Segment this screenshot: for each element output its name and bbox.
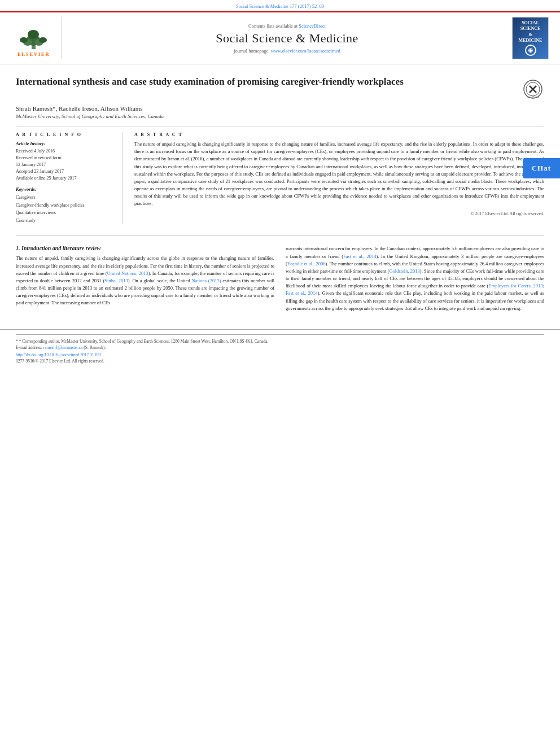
- section1-title: 1. Introduction and literature review: [16, 245, 274, 251]
- abstract-heading: A B S T R A C T: [134, 132, 544, 137]
- yeandle-link[interactable]: Yeandle et al., 2006: [287, 261, 326, 267]
- accepted-date: Accepted 23 January 2017: [16, 168, 115, 175]
- elsevier-brand-label: ELSEVIER: [18, 51, 50, 57]
- body-col-left: 1. Introduction and literature review Th…: [16, 245, 274, 312]
- contents-available-line: Contents lists available at ScienceDirec…: [248, 23, 326, 29]
- homepage-link[interactable]: www.elsevier.com/locate/socscimed: [271, 48, 340, 54]
- journal-top-bar: Social Science & Medicine 177 (2017) 52–…: [0, 0, 560, 12]
- corresponding-author-note: * * Corresponding author. McMaster Unive…: [16, 338, 544, 344]
- copyright-line: © 2017 Elsevier Ltd. All rights reserved…: [134, 211, 544, 216]
- united-nations-link-1[interactable]: United Nations, 2013: [107, 270, 148, 276]
- svg-point-5: [39, 37, 47, 43]
- article-history-label: Article history:: [16, 141, 115, 146]
- body-two-col: 1. Introduction and literature review Th…: [16, 245, 544, 312]
- main-content: International synthesis and case study e…: [0, 64, 560, 324]
- email-line: E-mail address: ramesh1@mcmaster.ca (S. …: [16, 344, 544, 351]
- chat-button[interactable]: CHat: [523, 158, 560, 178]
- received-date: Received 4 July 2016: [16, 148, 115, 155]
- keyword-4: Case study: [16, 217, 115, 225]
- abstract-col: A B S T R A C T The nature of unpaid car…: [134, 132, 544, 224]
- doi-link[interactable]: http://dx.doi.org/10.1016/j.socscimed.20…: [16, 352, 102, 357]
- elsevier-logo: ELSEVIER: [11, 17, 62, 59]
- article-info-abstract-section: A R T I C L E I N F O Article history: R…: [16, 126, 544, 224]
- body-col-right-text: warrants international concern for emplo…: [286, 245, 544, 312]
- body-col-right: warrants international concern for emplo…: [286, 245, 544, 312]
- email-link[interactable]: ramesh1@mcmaster.ca: [43, 345, 83, 350]
- issn-line: 0277-9536/© 2017 Elsevier Ltd. All right…: [16, 359, 544, 364]
- email-note: (S. Ramesh).: [84, 345, 106, 350]
- elsevier-tree-icon: [18, 28, 49, 50]
- cover-text: SOCIALSCIENCE&MEDICINE: [519, 20, 542, 44]
- authors: Shruti Ramesh*, Rachelle Ireson, Allison…: [16, 105, 544, 112]
- body-col-left-text: The nature of unpaid, family caregiving …: [16, 255, 274, 307]
- article-info-heading: A R T I C L E I N F O: [16, 132, 115, 137]
- crossmark-badge[interactable]: CrossMark: [522, 78, 544, 101]
- available-date: Available online 25 January 2017: [16, 175, 115, 182]
- abstract-text: The nature of unpaid caregiving is chang…: [134, 141, 544, 208]
- goldstein-link[interactable]: Goldstein, 2013: [389, 268, 419, 274]
- article-title: International synthesis and case study e…: [16, 76, 404, 89]
- sinha-link[interactable]: Sinha, 2013: [104, 278, 128, 283]
- employers-link[interactable]: Employers for Carers, 2013; Fast et al.,…: [286, 283, 544, 296]
- svg-text:CrossMark: CrossMark: [527, 95, 540, 98]
- keyword-3: Qualitative interviews: [16, 209, 115, 217]
- svg-point-6: [28, 30, 39, 39]
- contents-available-text: Contents lists available at: [248, 23, 298, 29]
- keywords-label: Keywords:: [16, 186, 115, 192]
- sciencedirect-link[interactable]: ScienceDirect: [299, 23, 326, 29]
- doi-line[interactable]: http://dx.doi.org/10.1016/j.socscimed.20…: [16, 352, 544, 357]
- email-label: E-mail address:: [16, 345, 42, 350]
- journal-center: Contents lists available at ScienceDirec…: [68, 17, 506, 59]
- page-footer: * * Corresponding author. McMaster Unive…: [0, 329, 560, 369]
- corresponding-author-text: * Corresponding author. McMaster Univers…: [19, 339, 269, 344]
- keyword-2: Caregiver-friendly workplace policies: [16, 202, 115, 209]
- keyword-1: Caregivers: [16, 194, 115, 202]
- journal-title: Social Science & Medicine: [216, 31, 358, 46]
- section-divider: [16, 235, 544, 236]
- journal-banner: ELSEVIER Contents lists available at Sci…: [0, 12, 560, 64]
- nations-link-2[interactable]: Nations (2013): [192, 278, 221, 283]
- article-title-section: International synthesis and case study e…: [16, 76, 544, 101]
- journal-cover-thumbnail: SOCIALSCIENCE&MEDICINE ⊕: [512, 17, 549, 59]
- crossmark-icon: CrossMark: [523, 79, 543, 99]
- affiliation: McMaster University, School of Geography…: [16, 113, 544, 119]
- journal-ref: Social Science & Medicine 177 (2017) 52–…: [11, 3, 549, 9]
- homepage-line: journal homepage: www.elsevier.com/locat…: [234, 48, 340, 54]
- fast-link-1[interactable]: Fast et al., 2014: [343, 254, 377, 259]
- elsevier-logo-img: [12, 19, 55, 50]
- page: Social Science & Medicine 177 (2017) 52–…: [0, 0, 560, 747]
- homepage-label: journal homepage:: [234, 48, 270, 54]
- svg-point-4: [20, 37, 28, 43]
- article-info-col: A R T I C L E I N F O Article history: R…: [16, 132, 123, 224]
- revised-date: Received in revised form12 January 2017: [16, 155, 115, 168]
- cover-circle-icon: ⊕: [525, 45, 536, 56]
